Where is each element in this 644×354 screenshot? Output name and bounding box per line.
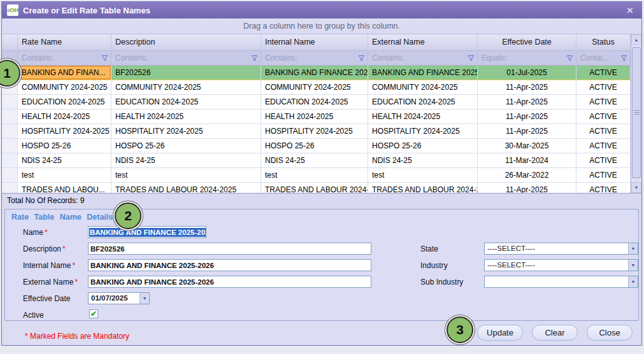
cell: 11-Mar-2024 [478,153,576,168]
filter-effective-date[interactable]: Equals: [478,51,576,65]
annotation-circle-2: 2 [115,202,141,229]
filter-funnel-icon[interactable] [468,55,475,62]
row-indicator-header [2,34,18,50]
table-row[interactable]: NDIS 24-25NDIS 24-25NDIS 24-25NDIS 24-25… [2,153,631,168]
column-header-internal-name[interactable]: Internal Name [261,34,368,50]
vertical-scrollbar[interactable]: ▲ ▼ [631,34,641,193]
cell: BANKING AND FINANCE 2025-... [261,66,368,80]
column-header-rate-name[interactable]: Rate Name [18,34,111,50]
chevron-down-icon[interactable]: ▾ [628,276,638,287]
rate-table-name-details-section: Rate Table Name Details Name* BANKING AN… [4,209,639,321]
filter-external-name[interactable]: Contains: [368,51,478,65]
scrollbar-thumb[interactable] [632,47,641,178]
cell: COMMUNITY 2024-2025 [368,80,478,95]
cell: HEALTH 2024-2025 [18,110,111,124]
table-row[interactable]: COMMUNITY 2024-2025COMMUNITY 2024-2025CO… [2,80,631,95]
filter-funnel-icon[interactable] [358,55,365,62]
effective-date-picker[interactable]: 01/07/2025 ▾ [88,292,150,304]
scroll-up-icon[interactable]: ▲ [631,34,641,45]
external-name-field[interactable] [88,276,371,288]
cell: HOSPITALITY 2024-2025 [368,124,478,139]
filter-rate-name[interactable]: Contains: [18,51,111,65]
row-indicator-cell [2,110,18,124]
cell: COMMUNITY 2024-2025 [111,80,261,95]
industry-label: Industry [420,259,448,271]
scroll-down-icon[interactable]: ▼ [631,182,641,193]
cell: 26-Mar-2022 [478,168,576,183]
sub-industry-label: Sub Industry [420,276,463,288]
internal-name-field[interactable] [88,259,371,271]
cell: COMMUNITY 2024-2025 [261,80,368,95]
row-indicator-cell [2,139,18,153]
description-field[interactable] [88,243,371,255]
chevron-down-icon[interactable]: ▾ [628,260,638,271]
table-row[interactable]: EDUCATION 2024-2025EDUCATION 2024-2025ED… [2,95,631,110]
cell: HOSPO 25-26 [18,139,111,153]
cell: HOSPO 25-26 [261,139,368,153]
cell: EDUCATION 2024-2025 [18,95,111,110]
chevron-down-icon[interactable]: ▾ [628,243,638,254]
annotation-circle-3: 3 [447,316,473,343]
update-button[interactable]: Update [477,325,523,341]
chevron-down-icon[interactable]: ▾ [140,293,149,304]
scrollbar-grip-icon [634,110,640,115]
cell: EDUCATION 2024-2025 [261,95,368,110]
screen: ≡OH Create or Edit Rate Table Names ✕ Dr… [0,0,644,354]
cell: test [18,168,111,183]
cell: NDIS 24-25 [368,153,478,168]
row-indicator-cell [2,95,18,110]
filter-funnel-icon[interactable] [620,55,627,62]
cell: 11-Apr-2025 [478,80,576,95]
cell: 11-Apr-2025 [478,124,576,139]
table-row[interactable]: testtesttesttest26-Mar-2022ACTIVE [2,168,631,183]
sub-industry-dropdown[interactable]: ▾ [484,276,638,288]
cell: HOSPITALITY 2024-2025 [261,124,368,139]
filter-description[interactable]: Contains: [111,51,261,65]
active-checkbox[interactable]: ✔ [89,309,98,318]
dialog-create-or-edit-rate-table-names: ≡OH Create or Edit Rate Table Names ✕ Dr… [1,1,642,346]
effective-date-label: Effective Date [23,292,70,304]
table-row[interactable]: TRADES AND LABOU...TRADES AND LABOUR 202… [2,183,631,193]
cell: TRADES AND LABOUR 2024-2... [368,183,478,193]
state-dropdown[interactable]: ----SELECT---- ▾ [484,243,638,255]
cell: NDIS 24-25 [261,153,368,168]
filter-internal-name[interactable]: Contains: [261,51,368,65]
group-by-bar[interactable]: Drag a column here to group by this colu… [2,18,641,34]
cell: HEALTH 2024-2025 [261,110,368,124]
section-title: Rate Table Name Details [11,213,113,222]
column-header-description[interactable]: Description [111,34,261,50]
clear-button[interactable]: Clear [532,325,578,341]
cell: test [368,168,478,183]
cell: TRADES AND LABOUR 2024-2025 [111,183,261,193]
cell: test [111,168,261,183]
column-header-effective-date[interactable]: Effective Date [478,34,576,50]
app-logo-icon: ≡OH [7,4,18,16]
scrollbar-track[interactable] [631,45,641,182]
close-button[interactable]: Close [587,325,633,341]
table-row[interactable]: BANKING AND FINAN...BF202526BANKING AND … [2,66,631,80]
filter-status[interactable]: Contai... [576,51,631,65]
cell: TRADES AND LABOUR 2024-2... [261,183,368,193]
table-row[interactable]: HEALTH 2024-2025HEALTH 2024-2025HEALTH 2… [2,110,631,124]
table-row[interactable]: HOSPITALITY 2024-2025HOSPITALITY 2024-20… [2,124,631,139]
column-header-external-name[interactable]: External Name [368,34,478,50]
row-indicator-cell [2,168,18,183]
cell: 01-Jul-2025 [478,66,576,80]
cell: ACTIVE [576,168,631,183]
close-icon[interactable]: ✕ [624,6,636,15]
cell: 30-Mar-2025 [478,139,576,153]
table-row[interactable]: HOSPO 25-26HOSPO 25-26HOSPO 25-26HOSPO 2… [2,139,631,153]
industry-dropdown[interactable]: ----SELECT---- ▾ [484,259,638,271]
active-label: Active [23,309,44,321]
column-header-status[interactable]: Status [576,34,631,50]
cell: ACTIVE [576,80,631,95]
internal-name-label: Internal Name* [23,259,75,271]
filter-funnel-icon[interactable] [101,55,108,62]
filter-funnel-icon[interactable] [566,55,573,62]
cell: ACTIVE [576,124,631,139]
cell: HEALTH 2024-2025 [111,110,261,124]
grid-body: BANKING AND FINAN...BF202526BANKING AND … [2,66,631,193]
cell: HOSPITALITY 2024-2025 [111,124,261,139]
filter-funnel-icon[interactable] [251,55,258,62]
name-field[interactable]: BANKING AND FINANCE 2025-2026 [88,226,206,238]
